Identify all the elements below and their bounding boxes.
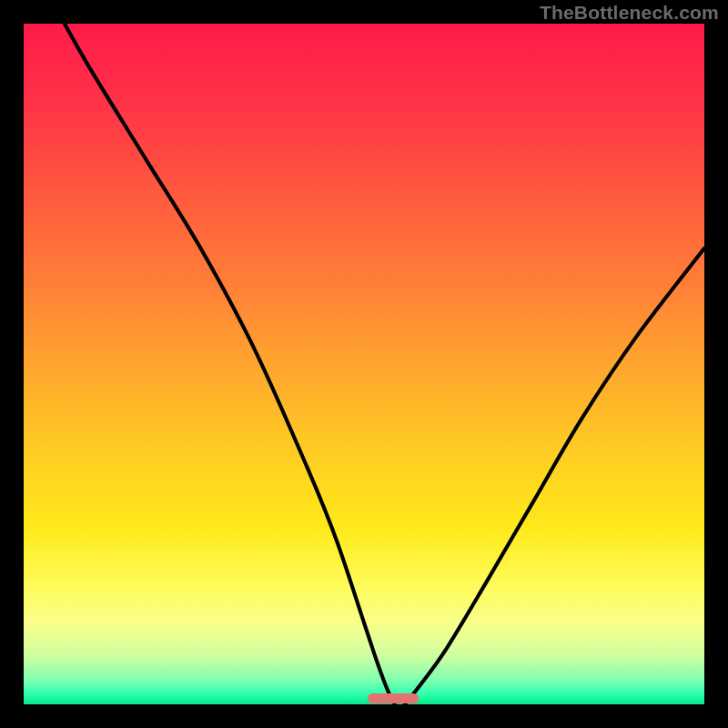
optimum-marker <box>368 693 419 703</box>
plot-area <box>24 24 704 704</box>
gradient-background <box>24 24 704 704</box>
watermark-text: TheBottleneck.com <box>540 2 719 24</box>
outer-frame: TheBottleneck.com <box>0 0 728 728</box>
gradient-rect <box>24 24 704 704</box>
